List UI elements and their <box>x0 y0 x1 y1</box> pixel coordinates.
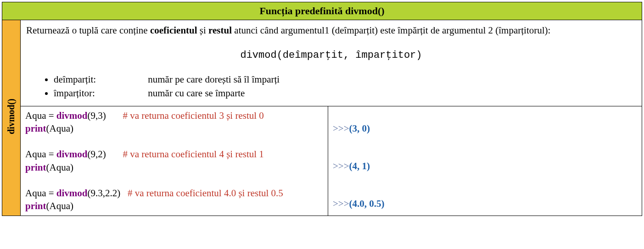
output-cell: >>>(3, 0) >>>(4, 1) >>>(4.0, 0.5) <box>328 106 642 216</box>
code-line-3: Aqua = divmod(9,2) # va returna coeficie… <box>25 148 323 160</box>
param-name-2: împarțitor: <box>54 87 146 100</box>
output-line-3: >>>(4.0, 0.5) <box>333 184 637 210</box>
code-assign-3: = <box>46 188 56 199</box>
code-print-1: print <box>25 123 46 134</box>
code-line-6: print(Aqua) <box>25 199 323 212</box>
code-var-3: Aqua <box>25 188 46 199</box>
code-var-2: Aqua <box>25 149 46 160</box>
function-signature: divmod(deîmparțit, împarțitor) <box>26 49 636 62</box>
side-label-cell: divmod() <box>2 20 21 216</box>
code-printarg-2: (Aqua) <box>46 162 73 173</box>
empty-line-1 <box>25 135 323 148</box>
code-line-5: Aqua = divmod(9.3,2.2) # va returna coef… <box>25 187 323 199</box>
code-printarg-1: (Aqua) <box>46 123 73 134</box>
param-list: deîmparțit: număr pe care dorești să îl … <box>54 72 636 100</box>
empty-line-2 <box>25 174 323 187</box>
doc-table: Funcția predefinită divmod() divmod() Re… <box>2 2 642 216</box>
output-prompt-3: >>> <box>333 198 349 209</box>
code-line-4: print(Aqua) <box>25 161 323 174</box>
code-args-1: (9,3) <box>88 110 106 121</box>
code-print-2: print <box>25 162 46 173</box>
output-tuple-2: (4, 1) <box>349 160 370 172</box>
code-comment-1: # va returna coeficientul 3 și restul 0 <box>123 110 264 121</box>
code-args-3: (9.3,2.2) <box>88 188 121 199</box>
param-desc-2: număr cu care se împarte <box>148 88 245 99</box>
code-func-3: divmod <box>56 188 88 199</box>
code-func-2: divmod <box>56 149 88 160</box>
code-args-2: (9,2) <box>88 149 106 160</box>
code-printarg-3: (Aqua) <box>46 200 73 211</box>
code-var-1: Aqua <box>25 110 46 121</box>
desc-seg-2: și <box>197 25 209 36</box>
code-comment-2: # va returna coeficientul 4 și restul 1 <box>123 149 264 160</box>
desc-seg-1: Returnează o tuplă care conține <box>26 25 150 36</box>
description-row: divmod() Returnează o tuplă care conține… <box>2 20 642 106</box>
side-label-text: divmod() <box>6 99 17 134</box>
output-tuple-3: (4.0, 0.5) <box>349 198 385 209</box>
desc-seg-3: atunci când argumentul1 (deîmparțit) est… <box>232 25 550 36</box>
code-print-3: print <box>25 200 46 211</box>
header-row: Funcția predefinită divmod() <box>2 2 642 20</box>
code-comment-3: # va returna coeficientul 4.0 și restul … <box>128 188 283 199</box>
description-text: Returnează o tuplă care conține coeficie… <box>26 24 636 37</box>
desc-bold-2: restul <box>208 25 232 36</box>
param-desc-1: număr pe care dorești să îl împarți <box>148 74 280 85</box>
description-cell: Returnează o tuplă care conține coeficie… <box>21 20 642 106</box>
example-row: Aqua = divmod(9,3) # va returna coeficie… <box>2 106 642 216</box>
output-tuple-1: (3, 0) <box>349 123 370 134</box>
code-cell: Aqua = divmod(9,3) # va returna coeficie… <box>21 106 328 216</box>
output-prompt-1: >>> <box>333 123 349 134</box>
code-line-2: print(Aqua) <box>25 122 323 135</box>
header-title: Funcția predefinită divmod() <box>2 2 642 20</box>
code-func-1: divmod <box>56 110 88 121</box>
output-line-1: >>>(3, 0) <box>333 109 637 135</box>
desc-bold-1: coeficientul <box>150 25 197 36</box>
output-prompt-2: >>> <box>333 160 349 172</box>
code-line-1: Aqua = divmod(9,3) # va returna coeficie… <box>25 109 323 122</box>
code-assign-1: = <box>46 110 56 121</box>
param-name-1: deîmparțit: <box>54 73 146 86</box>
param-item-2: împarțitor: număr cu care se împarte <box>54 86 636 100</box>
output-line-2: >>>(4, 1) <box>333 147 637 172</box>
code-assign-2: = <box>46 149 56 160</box>
param-item-1: deîmparțit: număr pe care dorești să îl … <box>54 72 636 86</box>
